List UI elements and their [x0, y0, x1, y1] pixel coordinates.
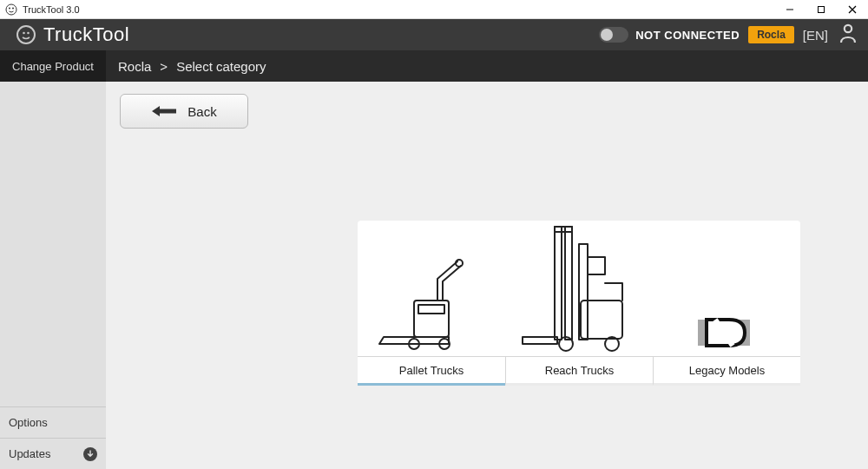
back-button-label: Back — [187, 104, 216, 119]
change-product-button[interactable]: Change Product — [0, 50, 106, 82]
svg-point-1 — [9, 7, 10, 9]
svg-rect-18 — [555, 227, 572, 232]
main-area: Back — [106, 82, 868, 469]
category-pallet-trucks[interactable]: Pallet Trucks — [358, 221, 505, 386]
back-arrow-icon — [151, 105, 177, 117]
breadcrumb-current: Select category — [176, 59, 266, 74]
app-header: TruckTool NOT CONNECTED Rocla [EN] — [0, 19, 868, 50]
category-label: Reach Trucks — [505, 356, 653, 386]
sub-header: Change Product Rocla > Select category — [0, 50, 868, 82]
connection-status-label: NOT CONNECTED — [635, 29, 740, 42]
connection-status: NOT CONNECTED — [599, 27, 740, 43]
os-titlebar: TruckTool 3.0 — [0, 0, 868, 19]
svg-point-7 — [17, 26, 35, 43]
category-label: Legacy Models — [653, 356, 800, 386]
sidebar-item-options[interactable]: Options — [0, 406, 106, 438]
user-icon[interactable] — [837, 22, 859, 48]
breadcrumb: Rocla > Select category — [106, 59, 266, 74]
category-reach-trucks[interactable]: Reach Trucks — [505, 221, 653, 386]
connection-toggle-icon[interactable] — [599, 27, 628, 43]
svg-point-10 — [845, 25, 852, 32]
svg-point-8 — [23, 32, 25, 35]
brand-button[interactable]: Rocla — [748, 26, 794, 43]
category-grid: Pallet Trucks — [358, 221, 800, 386]
app-window-icon — [5, 3, 17, 16]
svg-rect-4 — [819, 6, 825, 12]
window-title: TruckTool 3.0 — [23, 4, 80, 15]
sidebar: Options Updates — [0, 82, 106, 469]
back-button[interactable]: Back — [120, 94, 248, 129]
category-label: Pallet Trucks — [358, 356, 505, 386]
svg-rect-12 — [418, 305, 444, 314]
svg-rect-16 — [555, 227, 562, 340]
legacy-models-icon — [696, 313, 757, 353]
app-name: TruckTool — [43, 23, 129, 46]
breadcrumb-separator: > — [160, 59, 168, 74]
download-icon — [83, 447, 97, 461]
svg-point-9 — [27, 32, 30, 35]
sidebar-item-label: Updates — [9, 447, 50, 460]
svg-point-0 — [6, 4, 16, 15]
language-selector[interactable]: [EN] — [803, 28, 828, 43]
trucktool-logo-icon — [16, 24, 36, 45]
window-maximize-button[interactable] — [806, 0, 837, 19]
window-minimize-button[interactable] — [774, 0, 806, 19]
svg-rect-17 — [565, 227, 572, 340]
window-close-button[interactable] — [837, 0, 868, 19]
category-legacy-models[interactable]: Legacy Models — [653, 221, 800, 386]
sidebar-item-updates[interactable]: Updates — [0, 438, 106, 469]
svg-point-2 — [12, 7, 14, 9]
pallet-truck-icon — [375, 257, 488, 353]
reach-truck-icon — [518, 222, 640, 353]
app-logo: TruckTool — [16, 23, 129, 46]
breadcrumb-root[interactable]: Rocla — [118, 59, 151, 74]
